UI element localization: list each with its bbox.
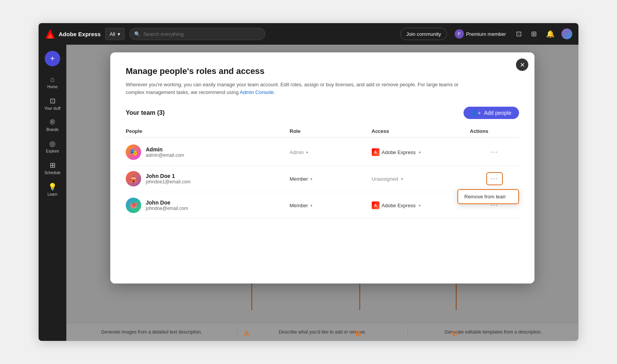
person-name-john1: John Doe 1 xyxy=(146,173,190,179)
role-chevron-admin[interactable]: ▾ xyxy=(306,150,308,154)
actions-menu-admin[interactable]: ··· xyxy=(487,146,502,158)
join-community-button[interactable]: Join community xyxy=(400,28,447,40)
person-info-admin: Admin admin@email.com xyxy=(146,146,184,158)
person-name-john: John Doe xyxy=(146,200,188,206)
role-label-admin: Admin xyxy=(290,149,304,155)
browser-window: Adobe Express All ▾ 🔍 Join community P P… xyxy=(39,23,578,341)
learn-icon: 💡 xyxy=(48,183,57,191)
premium-member-label: Premium member xyxy=(466,31,506,37)
modal-overlay: ✕ Manage people's roles and access Where… xyxy=(66,45,578,341)
col-header-actions: Actions xyxy=(470,128,519,134)
table-row: 🎭 Admin admin@email.com Admin ▾ A xyxy=(126,139,519,166)
dropdown-menu-john1: Remove from team xyxy=(457,189,519,204)
access-chevron-john1[interactable]: ▾ xyxy=(401,177,403,181)
plus-icon: + xyxy=(50,54,55,63)
cast-icon[interactable]: ⊡ xyxy=(514,30,524,38)
col-header-access: Access xyxy=(372,128,470,134)
sidebar-item-learn[interactable]: 💡 Learn xyxy=(41,179,64,200)
table-row: 🎪 John Doe 1 johndoe1@email.com Member ▾… xyxy=(126,166,519,192)
modal-close-button[interactable]: ✕ xyxy=(516,59,528,71)
premium-avatar-icon: P xyxy=(455,29,464,39)
search-input[interactable] xyxy=(143,31,260,37)
search-bar[interactable]: 🔍 xyxy=(129,28,265,40)
access-text-john: Adobe Express xyxy=(382,203,416,208)
admin-console-link[interactable]: Admin Console xyxy=(240,89,274,95)
adobe-express-logo-john: A xyxy=(372,201,379,209)
actions-cell-admin: ··· xyxy=(470,146,519,158)
navbar-all-dropdown[interactable]: All ▾ xyxy=(105,28,124,40)
sidebar-schedule-label: Schedule xyxy=(44,171,61,175)
person-cell-john1: 🎪 John Doe 1 johndoe1@email.com xyxy=(126,171,290,186)
person-email-admin: admin@email.com xyxy=(146,153,184,158)
avatar-john1: 🎪 xyxy=(126,171,141,186)
actions-cell-john1: ··· Remove from team xyxy=(470,172,519,185)
person-info-john: John Doe johndoe@email.com xyxy=(146,200,188,211)
col-header-people: People xyxy=(126,128,290,134)
sidebar-item-home[interactable]: ⌂ Home xyxy=(41,72,64,92)
sidebar-brands-label: Brands xyxy=(46,127,59,132)
sidebar-item-your-stuff[interactable]: ⊡ Your stuff xyxy=(41,94,64,114)
premium-member-button[interactable]: P Premium member xyxy=(452,28,509,40)
person-cell-john: 🐙 John Doe johndoe@email.com xyxy=(126,198,290,213)
navbar-app-title: Adobe Express xyxy=(59,31,101,37)
access-cell-john1: Unassigned ▾ xyxy=(372,176,470,182)
add-people-button[interactable]: 👤+ Add people xyxy=(464,107,519,119)
main-layout: + ⌂ Home ⊡ Your stuff ® Brands ◎ Explore… xyxy=(39,45,578,341)
role-cell-admin: Admin ▾ xyxy=(290,149,372,155)
adobe-logo-icon xyxy=(45,29,56,39)
role-label-john: Member xyxy=(290,203,308,208)
home-icon: ⌂ xyxy=(51,75,55,84)
team-title: Your team (3) xyxy=(126,109,165,116)
role-cell-john: Member ▾ xyxy=(290,203,372,208)
access-chevron-admin[interactable]: ▾ xyxy=(419,150,421,154)
sidebar-learn-label: Learn xyxy=(47,192,57,196)
role-chevron-john[interactable]: ▾ xyxy=(310,203,312,208)
role-cell-john1: Member ▾ xyxy=(290,176,372,182)
person-cell-admin: 🎭 Admin admin@email.com xyxy=(126,144,290,160)
table-header: People Role Access Actions xyxy=(126,125,519,138)
main-content: ✕ Manage people's roles and access Where… xyxy=(66,45,578,341)
person-info-john1: John Doe 1 johndoe1@email.com xyxy=(146,173,190,185)
sidebar-item-schedule[interactable]: ⊞ Schedule xyxy=(41,158,64,178)
role-label-john1: Member xyxy=(290,176,308,182)
dropdown-chevron-icon: ▾ xyxy=(118,31,120,37)
person-email-john1: johndoe1@email.com xyxy=(146,179,190,185)
sidebar-item-brands[interactable]: ® Brands xyxy=(41,115,64,135)
bell-icon[interactable]: 🔔 xyxy=(544,30,557,38)
apps-icon[interactable]: ⊞ xyxy=(529,30,539,38)
search-icon: 🔍 xyxy=(134,31,140,37)
sidebar-home-label: Home xyxy=(47,85,58,89)
actions-menu-john1[interactable]: ··· xyxy=(486,172,503,185)
role-chevron-john1[interactable]: ▾ xyxy=(310,177,312,181)
dropdown-label: All xyxy=(110,31,115,37)
add-person-icon: 👤+ xyxy=(471,110,481,116)
sidebar: + ⌂ Home ⊡ Your stuff ® Brands ◎ Explore… xyxy=(39,45,66,341)
explore-icon: ◎ xyxy=(49,139,56,148)
sidebar-explore-label: Explore xyxy=(46,149,59,153)
modal-description-text: Wherever you're working, you can easily … xyxy=(126,82,459,95)
add-people-label: Add people xyxy=(484,110,511,116)
your-stuff-icon: ⊡ xyxy=(50,97,56,105)
access-chevron-john[interactable]: ▾ xyxy=(419,203,421,208)
brands-icon: ® xyxy=(50,118,55,126)
sidebar-add-button[interactable]: + xyxy=(45,51,60,66)
modal-title: Manage people's roles and access xyxy=(126,66,519,76)
access-text-admin: Adobe Express xyxy=(382,149,416,155)
access-cell-john: A Adobe Express ▾ xyxy=(372,201,470,209)
remove-from-team-option[interactable]: Remove from team xyxy=(458,190,518,203)
avatar-admin: 🎭 xyxy=(126,144,141,160)
manage-roles-modal: ✕ Manage people's roles and access Where… xyxy=(110,52,534,283)
user-avatar[interactable] xyxy=(561,29,572,39)
access-unassigned-john1: Unassigned xyxy=(372,176,398,182)
modal-description: Wherever you're working, you can easily … xyxy=(126,81,473,96)
schedule-icon: ⊞ xyxy=(50,161,56,169)
team-header: Your team (3) 👤+ Add people xyxy=(126,107,519,119)
sidebar-item-explore[interactable]: ◎ Explore xyxy=(41,136,64,156)
person-email-john: johndoe@email.com xyxy=(146,206,188,211)
navbar-logo: Adobe Express xyxy=(45,29,101,39)
col-header-role: Role xyxy=(290,128,372,134)
adobe-express-logo-admin: A xyxy=(372,148,379,156)
sidebar-your-stuff-label: Your stuff xyxy=(44,106,61,111)
access-cell-admin: A Adobe Express ▾ xyxy=(372,148,470,156)
person-name-admin: Admin xyxy=(146,146,184,153)
